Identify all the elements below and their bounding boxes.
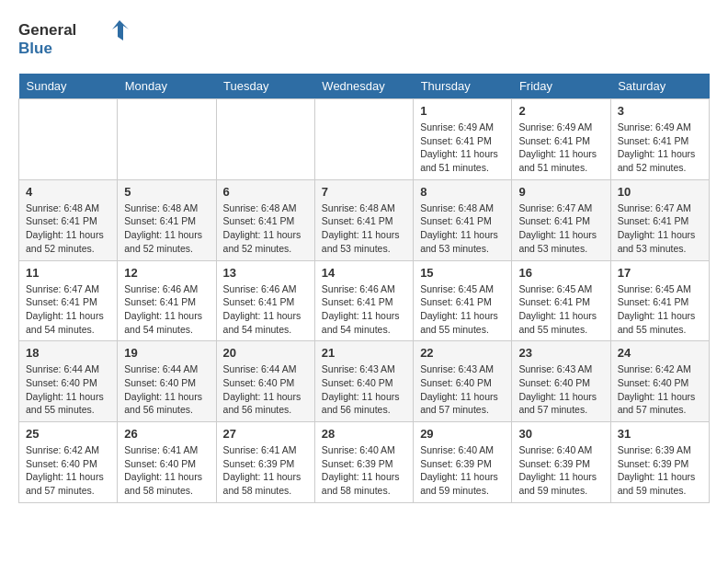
day-cell: [19, 99, 118, 180]
week-row-2: 4Sunrise: 6:48 AMSunset: 6:41 PMDaylight…: [19, 179, 710, 260]
day-cell: 27Sunrise: 6:41 AMSunset: 6:39 PMDayligh…: [216, 422, 314, 503]
day-number: 11: [26, 266, 110, 280]
day-info: Sunrise: 6:46 AMSunset: 6:41 PMDaylight:…: [322, 282, 406, 337]
day-number: 3: [618, 104, 702, 118]
day-cell: 22Sunrise: 6:43 AMSunset: 6:40 PMDayligh…: [414, 341, 512, 422]
day-cell: 23Sunrise: 6:43 AMSunset: 6:40 PMDayligh…: [512, 341, 610, 422]
day-cell: 10Sunrise: 6:47 AMSunset: 6:41 PMDayligh…: [610, 179, 709, 260]
day-info: Sunrise: 6:43 AMSunset: 6:40 PMDaylight:…: [420, 362, 505, 417]
day-number: 29: [420, 427, 505, 441]
day-cell: 28Sunrise: 6:40 AMSunset: 6:39 PMDayligh…: [314, 422, 413, 503]
day-info: Sunrise: 6:49 AMSunset: 6:41 PMDaylight:…: [420, 121, 505, 175]
weekday-header-monday: Monday: [118, 74, 216, 99]
weekday-header-friday: Friday: [512, 74, 610, 99]
day-number: 17: [618, 266, 702, 280]
day-cell: 4Sunrise: 6:48 AMSunset: 6:41 PMDaylight…: [19, 179, 118, 260]
day-cell: 19Sunrise: 6:44 AMSunset: 6:40 PMDayligh…: [118, 341, 216, 422]
weekday-header-sunday: Sunday: [19, 74, 118, 99]
day-number: 21: [322, 346, 406, 360]
day-info: Sunrise: 6:40 AMSunset: 6:39 PMDaylight:…: [518, 443, 603, 498]
day-number: 4: [26, 185, 110, 199]
day-number: 1: [420, 104, 505, 118]
week-row-4: 18Sunrise: 6:44 AMSunset: 6:40 PMDayligh…: [19, 341, 710, 422]
day-info: Sunrise: 6:42 AMSunset: 6:40 PMDaylight:…: [26, 443, 110, 498]
day-number: 24: [618, 346, 702, 360]
weekday-header-wednesday: Wednesday: [314, 74, 413, 99]
day-number: 18: [26, 346, 110, 360]
day-cell: [216, 99, 314, 180]
day-cell: [118, 99, 216, 180]
day-number: 19: [124, 346, 209, 360]
day-info: Sunrise: 6:47 AMSunset: 6:41 PMDaylight:…: [26, 282, 110, 337]
day-info: Sunrise: 6:48 AMSunset: 6:41 PMDaylight:…: [223, 201, 308, 256]
day-cell: 2Sunrise: 6:49 AMSunset: 6:41 PMDaylight…: [512, 99, 610, 180]
day-info: Sunrise: 6:46 AMSunset: 6:41 PMDaylight:…: [124, 282, 209, 337]
day-number: 14: [322, 266, 406, 280]
day-number: 5: [124, 185, 209, 199]
day-cell: 15Sunrise: 6:45 AMSunset: 6:41 PMDayligh…: [414, 260, 512, 341]
day-info: Sunrise: 6:40 AMSunset: 6:39 PMDaylight:…: [322, 443, 406, 498]
weekday-header-saturday: Saturday: [610, 74, 709, 99]
logo: GeneralBlue: [18, 18, 129, 59]
day-number: 30: [518, 427, 603, 441]
header: GeneralBlue: [18, 18, 710, 59]
day-number: 2: [518, 104, 603, 118]
day-cell: 3Sunrise: 6:49 AMSunset: 6:41 PMDaylight…: [610, 99, 709, 180]
day-number: 8: [420, 185, 505, 199]
day-number: 23: [518, 346, 603, 360]
day-cell: 6Sunrise: 6:48 AMSunset: 6:41 PMDaylight…: [216, 179, 314, 260]
day-cell: 31Sunrise: 6:39 AMSunset: 6:39 PMDayligh…: [610, 422, 709, 503]
day-number: 31: [618, 427, 702, 441]
day-number: 26: [124, 427, 209, 441]
day-info: Sunrise: 6:43 AMSunset: 6:40 PMDaylight:…: [518, 362, 603, 417]
day-info: Sunrise: 6:49 AMSunset: 6:41 PMDaylight:…: [618, 121, 702, 175]
day-number: 20: [223, 346, 308, 360]
day-number: 15: [420, 266, 505, 280]
day-cell: 16Sunrise: 6:45 AMSunset: 6:41 PMDayligh…: [512, 260, 610, 341]
calendar-table: SundayMondayTuesdayWednesdayThursdayFrid…: [18, 74, 710, 503]
day-number: 7: [322, 185, 406, 199]
weekday-header-row: SundayMondayTuesdayWednesdayThursdayFrid…: [19, 74, 710, 99]
weekday-header-tuesday: Tuesday: [216, 74, 314, 99]
day-cell: 7Sunrise: 6:48 AMSunset: 6:41 PMDaylight…: [314, 179, 413, 260]
day-cell: 24Sunrise: 6:42 AMSunset: 6:40 PMDayligh…: [610, 341, 709, 422]
day-number: 9: [518, 185, 603, 199]
day-info: Sunrise: 6:44 AMSunset: 6:40 PMDaylight:…: [26, 362, 110, 417]
day-info: Sunrise: 6:41 AMSunset: 6:40 PMDaylight:…: [124, 443, 209, 498]
day-cell: 25Sunrise: 6:42 AMSunset: 6:40 PMDayligh…: [19, 422, 118, 503]
day-cell: 1Sunrise: 6:49 AMSunset: 6:41 PMDaylight…: [414, 99, 512, 180]
day-cell: 8Sunrise: 6:48 AMSunset: 6:41 PMDaylight…: [414, 179, 512, 260]
day-info: Sunrise: 6:42 AMSunset: 6:40 PMDaylight:…: [618, 362, 702, 417]
day-cell: 30Sunrise: 6:40 AMSunset: 6:39 PMDayligh…: [512, 422, 610, 503]
day-info: Sunrise: 6:45 AMSunset: 6:41 PMDaylight:…: [518, 282, 603, 337]
week-row-5: 25Sunrise: 6:42 AMSunset: 6:40 PMDayligh…: [19, 422, 710, 503]
day-number: 22: [420, 346, 505, 360]
day-cell: 26Sunrise: 6:41 AMSunset: 6:40 PMDayligh…: [118, 422, 216, 503]
day-info: Sunrise: 6:48 AMSunset: 6:41 PMDaylight:…: [124, 201, 209, 256]
day-info: Sunrise: 6:47 AMSunset: 6:41 PMDaylight:…: [618, 201, 702, 256]
day-cell: 9Sunrise: 6:47 AMSunset: 6:41 PMDaylight…: [512, 179, 610, 260]
svg-text:Blue: Blue: [18, 40, 52, 57]
day-cell: 11Sunrise: 6:47 AMSunset: 6:41 PMDayligh…: [19, 260, 118, 341]
day-info: Sunrise: 6:47 AMSunset: 6:41 PMDaylight:…: [518, 201, 603, 256]
day-info: Sunrise: 6:41 AMSunset: 6:39 PMDaylight:…: [223, 443, 308, 498]
week-row-3: 11Sunrise: 6:47 AMSunset: 6:41 PMDayligh…: [19, 260, 710, 341]
day-number: 27: [223, 427, 308, 441]
day-number: 25: [26, 427, 110, 441]
day-info: Sunrise: 6:48 AMSunset: 6:41 PMDaylight:…: [420, 201, 505, 256]
day-cell: 20Sunrise: 6:44 AMSunset: 6:40 PMDayligh…: [216, 341, 314, 422]
day-info: Sunrise: 6:40 AMSunset: 6:39 PMDaylight:…: [420, 443, 505, 498]
weekday-header-thursday: Thursday: [414, 74, 512, 99]
svg-marker-1: [112, 20, 129, 40]
day-number: 6: [223, 185, 308, 199]
day-info: Sunrise: 6:49 AMSunset: 6:41 PMDaylight:…: [518, 121, 603, 175]
day-cell: 21Sunrise: 6:43 AMSunset: 6:40 PMDayligh…: [314, 341, 413, 422]
day-info: Sunrise: 6:43 AMSunset: 6:40 PMDaylight:…: [322, 362, 406, 417]
day-cell: 18Sunrise: 6:44 AMSunset: 6:40 PMDayligh…: [19, 341, 118, 422]
day-cell: [314, 99, 413, 180]
day-cell: 17Sunrise: 6:45 AMSunset: 6:41 PMDayligh…: [610, 260, 709, 341]
day-info: Sunrise: 6:46 AMSunset: 6:41 PMDaylight:…: [223, 282, 308, 337]
day-number: 10: [618, 185, 702, 199]
logo-svg: GeneralBlue: [18, 18, 129, 59]
day-cell: 29Sunrise: 6:40 AMSunset: 6:39 PMDayligh…: [414, 422, 512, 503]
